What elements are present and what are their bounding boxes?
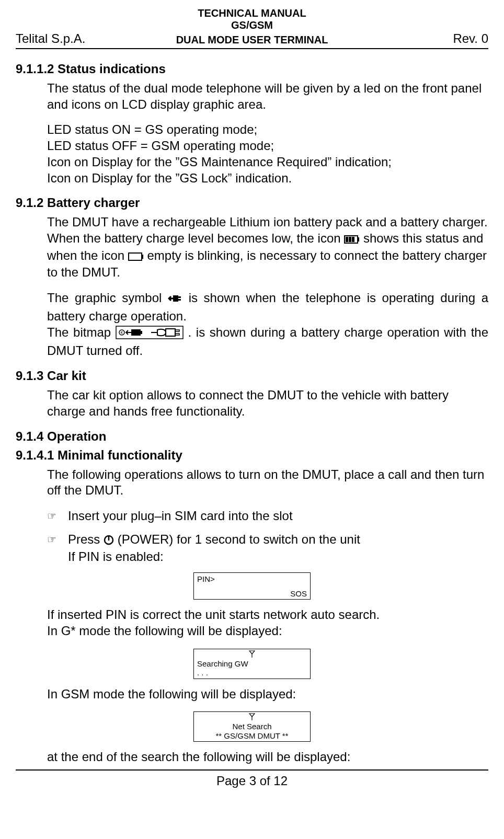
gsm-mode-text: In GSM mode the following will be displa… — [47, 686, 488, 703]
heading-minimal-functionality: 9.1.4.1 Minimal functionality — [16, 448, 488, 463]
pin-correct-text: If inserted PIN is correct the unit star… — [47, 607, 488, 623]
lcd-net-search-text: Net Search — [197, 722, 307, 731]
svg-rect-6 — [142, 255, 143, 259]
pin-enabled-text: If PIN is enabled: — [68, 549, 164, 564]
heading-operation: 9.1.4 Operation — [16, 429, 488, 444]
step-insert-sim: Insert your plug–in SIM card into the sl… — [68, 508, 488, 524]
svg-rect-3 — [349, 237, 351, 242]
lcd-pin-prompt: PIN> — [197, 574, 307, 583]
icon-maint-text: Icon on Display for the ”GS Maintenance … — [47, 154, 488, 170]
lcd-searching-text: Searching GW — [197, 659, 307, 668]
charge-bitmap-icon: € — [116, 326, 184, 343]
header-company: Telital S.p.A. — [16, 31, 120, 46]
led-on-text: LED status ON = GS operating mode; — [47, 122, 488, 138]
led-off-text: LED status OFF = GSM operating mode; — [47, 138, 488, 154]
svg-rect-16 — [175, 330, 179, 331]
lcd-dots-text: . . . — [197, 668, 307, 677]
page-number: Page 3 of 12 — [16, 774, 488, 788]
power-icon — [104, 533, 114, 549]
lcd-net-search: Net Search ** GS/GSM DMUT ** — [193, 711, 311, 742]
gstar-mode-text: In G* mode the following will be display… — [47, 623, 488, 639]
pointer-icon: ☞ — [47, 508, 68, 524]
batt-low-text: When the battery charge level becomes lo… — [47, 231, 488, 281]
bitmap-pre: The bitmap — [47, 325, 116, 339]
svg-rect-9 — [178, 299, 181, 301]
svg-rect-5 — [129, 253, 142, 260]
header-revision: Rev. 0 — [384, 31, 488, 46]
plug-arrow-icon — [168, 292, 182, 308]
pointer-icon: ☞ — [47, 532, 68, 565]
svg-text:€: € — [121, 330, 123, 335]
charge-symbol-pre: The graphic symbol — [47, 291, 168, 305]
battery-empty-icon — [128, 249, 144, 265]
icon-lock-text: Icon on Display for the ”GS Lock” indica… — [47, 170, 488, 187]
svg-rect-17 — [175, 334, 179, 335]
battery-low-icon — [344, 232, 360, 248]
press-post: (POWER) for 1 second to switch on the un… — [118, 532, 360, 546]
lcd-dmut-text: ** GS/GSM DMUT ** — [197, 731, 307, 740]
car-kit-text: The car kit option allows to connect the… — [47, 387, 488, 419]
header-title-3: DUAL MODE USER TERMINAL — [120, 34, 384, 46]
svg-rect-14 — [141, 331, 142, 334]
end-search-text: at the end of the search the following w… — [47, 749, 488, 765]
status-intro-text: The status of the dual mode telephone wi… — [47, 81, 488, 112]
step-press-power: Press (POWER) for 1 second to switch on … — [68, 532, 360, 546]
antenna-icon — [249, 650, 255, 659]
bitmap-text: The bitmap € . is s — [47, 325, 488, 359]
footer-rule — [16, 769, 488, 771]
svg-rect-13 — [131, 329, 141, 336]
lcd-pin-screen: PIN> SOS — [193, 572, 311, 600]
press-pre: Press — [68, 532, 104, 546]
lcd-sos-label: SOS — [290, 589, 307, 598]
svg-rect-15 — [166, 329, 175, 336]
svg-rect-8 — [178, 296, 181, 298]
batt-low-pre: When the battery charge level becomes lo… — [47, 231, 344, 245]
svg-rect-4 — [352, 237, 354, 242]
batt-intro-text: The DMUT have a rechargeable Lithium ion… — [47, 214, 488, 231]
svg-rect-7 — [173, 295, 178, 302]
charge-symbol-text: The graphic symbol is shown when the tel… — [47, 290, 488, 324]
minfunc-intro-text: The following operations allows to turn … — [47, 467, 488, 499]
header-rule — [16, 48, 488, 49]
svg-rect-1 — [358, 237, 359, 242]
header-title-1: TECHNICAL MANUAL — [16, 7, 488, 19]
heading-car-kit: 9.1.3 Car kit — [16, 369, 488, 383]
heading-status-indications: 9.1.1.2 Status indications — [16, 62, 488, 76]
lcd-searching-gw: Searching GW . . . — [193, 649, 311, 679]
svg-rect-2 — [346, 237, 348, 242]
heading-battery-charger: 9.1.2 Battery charger — [16, 196, 488, 210]
header-title-2: GS/GSM — [16, 19, 488, 31]
antenna-icon — [249, 713, 255, 722]
